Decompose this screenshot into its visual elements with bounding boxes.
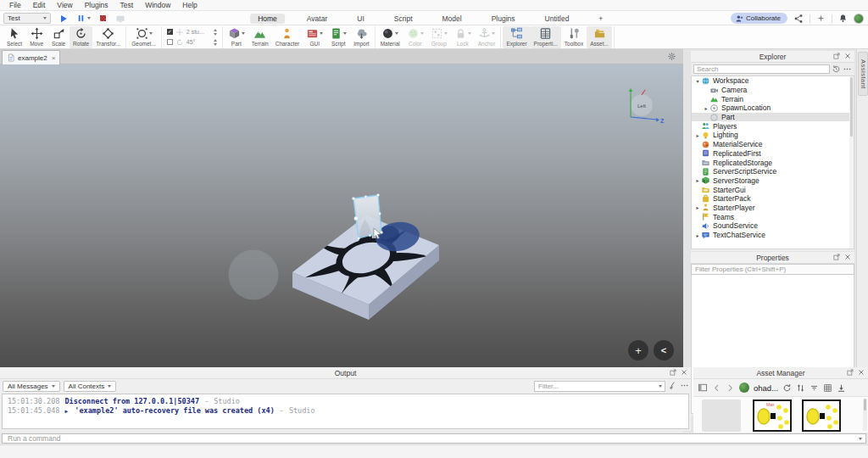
tab-home[interactable]: Home [250, 14, 285, 24]
float-panel-icon[interactable] [669, 368, 677, 377]
collaborate-button[interactable]: Collaborate [731, 13, 787, 24]
ellipsis-menu-icon[interactable] [680, 381, 689, 390]
ellipsis-menu-icon[interactable] [843, 64, 852, 74]
tree-item-starterplayer[interactable]: ▸StarterPlayer [692, 204, 854, 213]
float-panel-icon[interactable] [832, 52, 841, 60]
tree-item-serverscriptservice[interactable]: ServerScriptService [692, 167, 854, 176]
playtest-mode-select[interactable]: Test [3, 13, 51, 24]
snap-value[interactable]: 2 stu... [186, 29, 211, 35]
menu-help[interactable]: Help [176, 1, 203, 9]
snap-checkbox-checked[interactable]: ✓ [167, 29, 173, 35]
asset-manager-titlebar[interactable]: Asset Manager [693, 367, 868, 379]
expander-closed-icon[interactable]: ▸ [703, 105, 709, 111]
command-input[interactable] [2, 433, 866, 444]
3d-viewport[interactable]: Left Z [0, 64, 683, 367]
tree-item-startergui[interactable]: StarterGui [692, 185, 854, 194]
expand-arrow-icon[interactable]: ▶ [64, 408, 68, 415]
tab-plugins[interactable]: Plugins [484, 14, 523, 24]
assistant-tab[interactable]: Assistant [858, 52, 868, 96]
toolbar-asset-button[interactable]: Asset... [587, 26, 612, 48]
output-filter-input[interactable] [535, 383, 659, 390]
toolbar-color-button[interactable]: Color [403, 26, 427, 48]
toolbar-select-button[interactable]: Select [3, 26, 25, 48]
tree-item-replicatedstorage[interactable]: ReplicatedStorage [692, 158, 854, 167]
menu-edit[interactable]: Edit [27, 1, 52, 9]
stop-button[interactable] [98, 14, 108, 23]
asset-tile-image[interactable] [802, 399, 841, 432]
tab-ui[interactable]: UI [349, 14, 372, 24]
tree-item-players[interactable]: Players [692, 121, 854, 131]
menu-test[interactable]: Test [114, 1, 140, 9]
tree-item-starterpack[interactable]: StarterPack [692, 194, 854, 204]
clear-output-broom-icon[interactable] [667, 381, 677, 391]
close-panel-icon[interactable] [680, 368, 688, 377]
tab-[interactable]: + [591, 14, 610, 24]
asset-tile-folder[interactable] [702, 399, 741, 432]
tree-item-teams[interactable]: Teams [692, 212, 854, 221]
tree-item-textchatservice[interactable]: ▸TextChatService [692, 231, 854, 240]
toolbar-properti-button[interactable]: Properti... [531, 26, 561, 48]
expander-open-icon[interactable]: ▾ [694, 78, 701, 84]
play-button[interactable] [58, 14, 69, 24]
close-tab-icon[interactable]: × [52, 54, 56, 62]
collapse-controls-button[interactable]: < [654, 340, 674, 360]
zoom-in-button[interactable]: + [628, 340, 648, 360]
share-icon[interactable] [793, 14, 804, 24]
float-panel-icon[interactable] [846, 368, 854, 377]
tree-item-spawnlocation[interactable]: ▸SpawnLocation [692, 103, 854, 113]
menu-plugins[interactable]: Plugins [79, 1, 114, 9]
close-panel-icon[interactable] [843, 253, 852, 261]
client-server-toggle[interactable] [115, 14, 125, 24]
toolbar-group-button[interactable]: Group [427, 26, 451, 48]
tree-item-camera[interactable]: Camera [692, 86, 854, 95]
filter-lines-icon[interactable] [810, 383, 819, 393]
tab-untitled[interactable]: Untitled [537, 14, 577, 24]
import-download-icon[interactable] [837, 383, 846, 393]
asset-scrollbar[interactable] [863, 399, 867, 431]
gear-icon[interactable] [667, 52, 676, 61]
toolbar-character-button[interactable]: Character [272, 26, 303, 48]
notifications-bell-icon[interactable] [838, 14, 848, 23]
explorer-search-input[interactable] [693, 64, 830, 74]
snap-value[interactable]: 45° [186, 39, 211, 45]
properties-titlebar[interactable]: Properties [691, 252, 854, 264]
grid-view-icon[interactable] [823, 383, 832, 393]
document-tab-example2[interactable]: example2 × [2, 50, 60, 64]
close-panel-icon[interactable] [843, 52, 852, 60]
tree-item-replicatedfirst[interactable]: ReplicatedFirst [692, 149, 854, 159]
toolbar-terrain-button[interactable]: Terrain [248, 26, 272, 48]
explorer-scrollbar[interactable] [849, 76, 854, 249]
chevron-left-icon[interactable] [712, 383, 721, 393]
messages-filter-dropdown[interactable]: All Messages [3, 381, 60, 392]
tree-item-workspace[interactable]: ▾Workspace [692, 76, 854, 86]
expander-closed-icon[interactable]: ▸ [694, 132, 701, 138]
sort-icon[interactable] [796, 383, 805, 393]
close-panel-icon[interactable] [857, 368, 865, 377]
tab-model[interactable]: Model [434, 14, 469, 24]
toolbar-explorer-button[interactable]: Explorer [503, 26, 530, 48]
refresh-icon[interactable] [782, 383, 792, 393]
float-panel-icon[interactable] [832, 253, 841, 261]
contexts-filter-dropdown[interactable]: All Contexts [64, 381, 117, 392]
toolbar-lock-button[interactable]: Lock [451, 26, 475, 48]
tree-item-serverstorage[interactable]: ▸ServerStorage [692, 176, 854, 186]
tree-item-materialservice[interactable]: MaterialService [692, 140, 854, 149]
expander-closed-icon[interactable]: ▸ [694, 177, 701, 183]
menu-view[interactable]: View [51, 1, 78, 9]
toolbar-scale-button[interactable]: Scale [47, 26, 70, 48]
tree-item-terrain[interactable]: Terrain [692, 94, 854, 103]
stepper-control[interactable] [214, 29, 217, 36]
properties-filter-input[interactable] [691, 264, 854, 275]
toolbar-rotate-button[interactable]: Rotate [70, 26, 92, 48]
user-avatar[interactable] [854, 14, 864, 24]
history-icon[interactable] [832, 64, 841, 74]
tab-avatar[interactable]: Avatar [299, 14, 335, 24]
snap-checkbox[interactable] [167, 39, 173, 45]
sparkle-icon[interactable] [816, 14, 826, 23]
tab-script[interactable]: Script [387, 14, 420, 24]
toolbar-import-button[interactable]: Import [350, 26, 372, 48]
menu-file[interactable]: File [3, 1, 27, 9]
toolbar-move-button[interactable]: Move [25, 26, 47, 48]
tree-item-part[interactable]: Part [692, 113, 854, 122]
explorer-titlebar[interactable]: Explorer [691, 51, 854, 63]
